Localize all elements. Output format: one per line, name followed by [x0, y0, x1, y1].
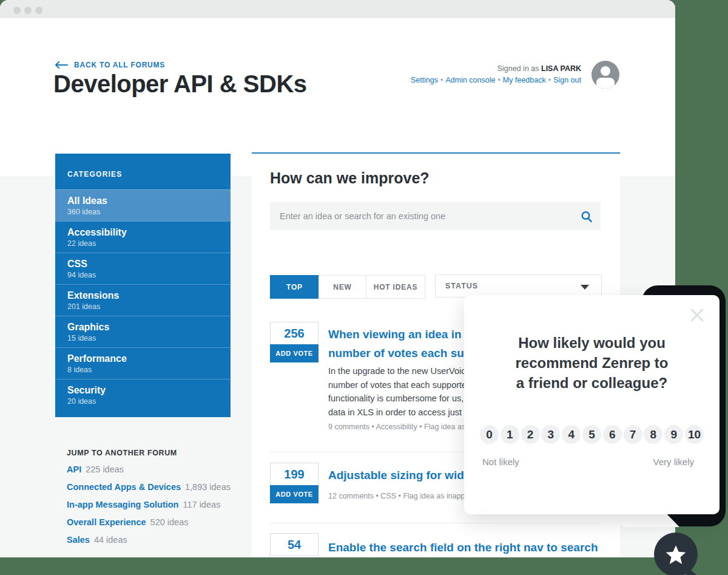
idea-title[interactable]: Adjustable sizing for widge: [328, 466, 477, 485]
close-icon[interactable]: [688, 306, 706, 324]
categories-heading: CATEGORIES: [55, 154, 231, 189]
forum-name[interactable]: Overall Experience: [67, 517, 146, 527]
forum-count: 225 ideas: [86, 464, 124, 474]
idea-title[interactable]: Enable the search field on the right nav…: [328, 538, 598, 557]
search-icon[interactable]: [580, 210, 593, 223]
status-filter-dropdown[interactable]: STATUS: [435, 274, 602, 298]
category-graphics[interactable]: Graphics 15 ideas: [55, 316, 231, 347]
forum-name[interactable]: Sales: [67, 535, 90, 545]
nps-score-3[interactable]: 3: [541, 425, 560, 444]
nps-score-5[interactable]: 5: [582, 425, 601, 444]
nps-score-7[interactable]: 7: [624, 425, 642, 444]
window-control-dot: [13, 7, 21, 14]
forum-name[interactable]: Connected Apps & Devices: [67, 482, 181, 492]
link-admin-console[interactable]: Admin console: [445, 76, 495, 84]
forum-count: 117 ideas: [183, 500, 220, 509]
category-count: 8 ideas: [67, 366, 218, 374]
back-arrow-icon: [55, 61, 68, 69]
idea-title-line: When viewing an idea in Ad: [328, 325, 480, 344]
nps-survey-modal: How likely would you recommend Zenrep to…: [464, 295, 720, 514]
forum-link-in-app-messaging[interactable]: In-app Messaging Solution117 ideas: [67, 500, 220, 509]
signed-in-prefix: Signed in as: [497, 64, 539, 73]
page-title: Developer API & SDKs: [53, 70, 307, 98]
category-all-ideas[interactable]: All Ideas 360 ideas: [55, 189, 231, 221]
category-label: Extensions: [67, 290, 218, 301]
account-links: Settings•Admin console•My feedback•Sign …: [411, 76, 581, 84]
nps-not-likely-label: Not likely: [482, 457, 519, 467]
forum-count: 1,893 ideas: [185, 482, 231, 492]
link-separator: •: [546, 76, 553, 84]
star-icon: [664, 543, 688, 567]
nps-score-row: 0 1 2 3 4 5 6 7 8 9 10: [480, 425, 704, 444]
forum-link-overall-experience[interactable]: Overall Experience520 ideas: [67, 517, 188, 527]
nps-score-8[interactable]: 8: [644, 425, 662, 444]
link-settings[interactable]: Settings: [411, 76, 438, 84]
nps-question: How likely would you recommend Zenrep to…: [464, 333, 720, 393]
idea-title-line: Adjustable sizing for widge: [328, 466, 477, 485]
feedback-widget-button[interactable]: [654, 532, 698, 575]
category-label: Graphics: [67, 322, 218, 333]
idea-meta[interactable]: 12 comments • CSS • Flag idea as inappro…: [328, 492, 480, 500]
category-count: 22 ideas: [67, 239, 218, 248]
forum-count: 44 ideas: [94, 535, 127, 545]
improve-heading: How can we improve?: [270, 169, 430, 187]
nps-question-line: a friend or colleague?: [464, 373, 720, 393]
category-label: Security: [67, 385, 218, 396]
link-sign-out[interactable]: Sign out: [553, 76, 581, 84]
forum-name[interactable]: In-app Messaging Solution: [67, 500, 178, 509]
forum-link-sales[interactable]: Sales44 ideas: [67, 535, 127, 545]
category-label: All Ideas: [67, 196, 218, 206]
nps-score-10[interactable]: 10: [685, 425, 704, 444]
window-control-dot: [24, 7, 32, 14]
nps-score-1[interactable]: 1: [500, 425, 519, 444]
category-label: Performance: [67, 353, 218, 364]
tab-hot-ideas[interactable]: HOT IDEAS: [366, 275, 425, 299]
category-security[interactable]: Security 20 ideas: [55, 379, 231, 410]
tab-top[interactable]: TOP: [270, 275, 319, 299]
category-accessibility[interactable]: Accessibility 22 ideas: [55, 221, 231, 253]
nps-very-likely-label: Very likely: [653, 457, 694, 467]
row-divider: [270, 523, 602, 523]
category-label: Accessibility: [67, 227, 218, 238]
idea-desc-line: number of votes that each supporter: [328, 378, 478, 392]
idea-desc-line: In the upgrade to the new UserVoice s: [328, 364, 478, 378]
link-separator: •: [495, 76, 502, 84]
vote-count[interactable]: 54: [270, 533, 318, 556]
signed-in-user-name: LISA PARK: [541, 64, 581, 73]
nps-score-4[interactable]: 4: [562, 425, 581, 444]
forum-link-api[interactable]: API225 ideas: [67, 464, 124, 474]
idea-meta[interactable]: 9 comments • Accessibility • Flag idea a…: [328, 423, 482, 431]
idea-description: In the upgrade to the new UserVoice s nu…: [328, 364, 478, 419]
forum-link-connected-apps[interactable]: Connected Apps & Devices1,893 ideas: [67, 482, 231, 492]
chevron-down-icon: [581, 285, 589, 290]
idea-title[interactable]: When viewing an idea in Ad number of vot…: [328, 325, 480, 362]
idea-desc-line: functionality is cumbersome for us, ca: [328, 392, 478, 406]
tab-new[interactable]: NEW: [318, 275, 366, 299]
nps-question-line: recommend Zenrep to: [464, 353, 720, 373]
category-performance[interactable]: Performance 8 ideas: [55, 347, 231, 379]
forum-name[interactable]: API: [67, 464, 81, 474]
link-my-feedback[interactable]: My feedback: [503, 76, 546, 84]
category-count: 15 ideas: [67, 334, 218, 342]
back-to-forums-link[interactable]: BACK TO ALL FORUMS: [55, 61, 165, 69]
nps-score-2[interactable]: 2: [521, 425, 540, 444]
vote-count[interactable]: 256: [270, 322, 318, 345]
vote-count[interactable]: 199: [270, 463, 318, 486]
idea-desc-line: data in XLS in order to access just this: [328, 406, 478, 420]
back-link-label: BACK TO ALL FORUMS: [74, 61, 165, 69]
avatar-person-icon: [596, 78, 615, 89]
category-css[interactable]: CSS 94 ideas: [55, 253, 231, 284]
idea-search-input[interactable]: [270, 202, 601, 230]
add-vote-button[interactable]: ADD VOTE: [270, 344, 318, 362]
nps-score-0[interactable]: 0: [480, 425, 499, 444]
add-vote-button[interactable]: ADD VOTE: [270, 485, 318, 503]
category-extensions[interactable]: Extensions 201 ideas: [55, 284, 231, 316]
user-avatar[interactable]: [592, 61, 619, 89]
nps-score-6[interactable]: 6: [603, 425, 622, 444]
idea-title-line: Enable the search field on the right nav…: [328, 538, 598, 557]
category-count: 201 ideas: [67, 302, 218, 311]
category-count: 94 ideas: [67, 271, 218, 279]
window-control-dot: [35, 7, 42, 14]
categories-panel: CATEGORIES All Ideas 360 ideas Accessibi…: [55, 154, 231, 417]
nps-score-9[interactable]: 9: [664, 425, 683, 444]
